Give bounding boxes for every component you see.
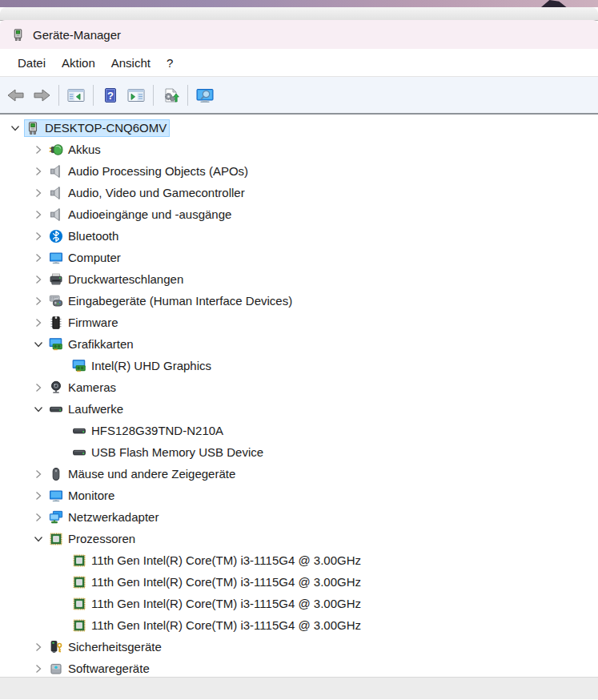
chevron-right-icon[interactable]	[30, 203, 47, 225]
toolbar-separator	[153, 85, 154, 106]
tree-item-prozessoren[interactable]: Prozessoren	[0, 528, 598, 549]
tree-item-content[interactable]: Computer	[47, 249, 124, 267]
tree-item-label: 11th Gen Intel(R) Core(TM) i3-1115G4 @ 3…	[91, 618, 361, 632]
expander-spacer	[53, 614, 70, 636]
tree-item-hfs128g39tnd-n210a[interactable]: HFS128G39TND-N210A	[0, 420, 598, 441]
chevron-right-icon[interactable]	[30, 225, 47, 247]
chevron-down-icon[interactable]	[6, 117, 24, 139]
tree-item-content[interactable]: HFS128G39TND-N210A	[70, 422, 227, 440]
device-manager-icon	[26, 121, 40, 135]
tree-item-cpu-core-1[interactable]: 11th Gen Intel(R) Core(TM) i3-1115G4 @ 3…	[0, 549, 598, 571]
tree-item-content[interactable]: Prozessoren	[47, 530, 138, 548]
chevron-right-icon[interactable]	[30, 636, 47, 658]
tree-item-cpu-core-2[interactable]: 11th Gen Intel(R) Core(TM) i3-1115G4 @ 3…	[0, 571, 598, 593]
tree-item-eingabegeraete[interactable]: Eingabegeräte (Human Interface Devices)	[0, 290, 598, 312]
tree-item-intel-uhd-graphics[interactable]: Intel(R) UHD Graphics	[0, 355, 598, 376]
show-action-pane-button[interactable]	[124, 82, 148, 108]
expander-spacer	[53, 355, 70, 376]
tree-item-content[interactable]: Eingabegeräte (Human Interface Devices)	[47, 292, 295, 310]
chevron-right-icon[interactable]	[30, 247, 47, 268]
chevron-right-icon[interactable]	[30, 485, 47, 506]
chevron-right-icon[interactable]	[30, 290, 47, 312]
tree-item-content[interactable]: Kameras	[47, 379, 119, 396]
tree-item-content[interactable]: Audio, Video und Gamecontroller	[47, 184, 248, 202]
tree-item-content[interactable]: USB Flash Memory USB Device	[70, 444, 267, 461]
chevron-right-icon[interactable]	[30, 463, 47, 485]
forward-button[interactable]	[30, 82, 54, 108]
tree-item-usb-flash-memory[interactable]: USB Flash Memory USB Device	[0, 441, 598, 463]
tree-item-kameras[interactable]: Kameras	[0, 376, 598, 398]
tree-item-content[interactable]: DESKTOP-CNQ6OMV	[24, 119, 170, 137]
tree-item-content[interactable]: Mäuse und andere Zeigegeräte	[47, 465, 239, 483]
statusbar	[0, 677, 598, 699]
tree-item-sicherheitsgeraete[interactable]: Sicherheitsgeräte	[0, 636, 598, 658]
tree-item-cpu-core-3[interactable]: 11th Gen Intel(R) Core(TM) i3-1115G4 @ 3…	[0, 593, 598, 614]
bluetooth-icon	[49, 229, 63, 243]
tree-item-audio-video-gamecontroller[interactable]: Audio, Video und Gamecontroller	[0, 182, 598, 203]
tree-item-label: DESKTOP-CNQ6OMV	[45, 121, 167, 135]
tree-item-content[interactable]: Bluetooth	[47, 227, 122, 245]
back-button[interactable]	[4, 82, 28, 108]
chevron-right-icon[interactable]	[30, 268, 47, 290]
speaker-icon	[49, 207, 63, 222]
chevron-down-icon[interactable]	[30, 398, 47, 420]
tree-item-content[interactable]: Druckwarteschlangen	[47, 271, 187, 288]
tree-item-audioeingaenge-ausgaenge[interactable]: Audioeingänge und -ausgänge	[0, 203, 598, 225]
tree-item-bluetooth[interactable]: Bluetooth	[0, 225, 598, 247]
tree-item-cpu-core-4[interactable]: 11th Gen Intel(R) Core(TM) i3-1115G4 @ 3…	[0, 614, 598, 636]
tree-item-netzwerkadapter[interactable]: Netzwerkadapter	[0, 506, 598, 528]
tree-item-akkus[interactable]: Akkus	[0, 139, 598, 160]
tree-item-monitore[interactable]: Monitore	[0, 485, 598, 506]
mouse-icon	[49, 467, 63, 481]
tree-item-druckwarteschlangen[interactable]: Druckwarteschlangen	[0, 268, 598, 290]
tree-item-firmware[interactable]: Firmware	[0, 312, 598, 333]
tree-item-audio-processing-objects[interactable]: Audio Processing Objects (APOs)	[0, 160, 598, 182]
chevron-right-icon[interactable]	[30, 182, 47, 203]
tree-item-label: 11th Gen Intel(R) Core(TM) i3-1115G4 @ 3…	[91, 597, 361, 610]
tree-item-content[interactable]: Firmware	[47, 314, 122, 332]
tree-item-content[interactable]: Laufwerke	[47, 400, 126, 418]
search-computer-button[interactable]	[193, 82, 217, 108]
background-window-edge	[0, 7, 598, 21]
tree-item-content[interactable]: Softwaregeräte	[47, 660, 153, 678]
device-manager-window: Geräte-Manager DateiAktionAnsicht? DESKT…	[0, 20, 598, 699]
tree-item-label: Laufwerke	[68, 402, 123, 416]
tree-item-content[interactable]: Intel(R) UHD Graphics	[70, 357, 215, 375]
menu-item-datei[interactable]: Datei	[10, 53, 53, 73]
menu-item-hilfe[interactable]: ?	[159, 53, 180, 73]
tree-item-content[interactable]: Netzwerkadapter	[47, 509, 162, 526]
tree-item-content[interactable]: Sicherheitsgeräte	[47, 638, 165, 656]
tree-item-content[interactable]: 11th Gen Intel(R) Core(TM) i3-1115G4 @ 3…	[70, 573, 364, 591]
tree-item-maeuse-zeigegeraete[interactable]: Mäuse und andere Zeigegeräte	[0, 463, 598, 485]
chevron-down-icon[interactable]	[30, 528, 47, 549]
tree-item-content[interactable]: 11th Gen Intel(R) Core(TM) i3-1115G4 @ 3…	[70, 617, 364, 634]
menu-item-aktion[interactable]: Aktion	[54, 53, 102, 73]
show-console-tree-button[interactable]	[64, 82, 88, 108]
chevron-right-icon[interactable]	[30, 506, 47, 528]
chevron-right-icon[interactable]	[30, 160, 47, 182]
menu-item-ansicht[interactable]: Ansicht	[104, 53, 158, 73]
expander-spacer	[53, 571, 70, 593]
chevron-right-icon[interactable]	[30, 376, 47, 398]
scan-hardware-changes-button[interactable]	[159, 82, 183, 108]
tree-item-content[interactable]: Monitore	[47, 487, 118, 505]
chevron-down-icon[interactable]	[30, 333, 47, 355]
tree-item-desktop-root[interactable]: DESKTOP-CNQ6OMV	[0, 117, 598, 139]
help-button[interactable]	[98, 82, 122, 108]
speaker-icon	[49, 186, 63, 200]
tree-item-content[interactable]: Grafikkarten	[47, 336, 137, 353]
tree-item-computer[interactable]: Computer	[0, 247, 598, 268]
chevron-right-icon[interactable]	[30, 139, 47, 160]
tree-item-content[interactable]: Akkus	[47, 141, 104, 159]
drive-icon	[49, 402, 63, 416]
tree-item-content[interactable]: Audioeingänge und -ausgänge	[47, 206, 235, 223]
chevron-right-icon[interactable]	[30, 658, 47, 677]
tree-item-content[interactable]: 11th Gen Intel(R) Core(TM) i3-1115G4 @ 3…	[70, 552, 364, 569]
tree-item-content[interactable]: 11th Gen Intel(R) Core(TM) i3-1115G4 @ 3…	[70, 595, 364, 613]
tree-item-laufwerke[interactable]: Laufwerke	[0, 398, 598, 420]
tree-item-grafikkarten[interactable]: Grafikkarten	[0, 333, 598, 355]
tree-item-content[interactable]: Audio Processing Objects (APOs)	[47, 163, 251, 180]
network-icon	[49, 510, 63, 525]
tree-item-softwaregeraete[interactable]: Softwaregeräte	[0, 658, 598, 677]
chevron-right-icon[interactable]	[30, 312, 47, 333]
